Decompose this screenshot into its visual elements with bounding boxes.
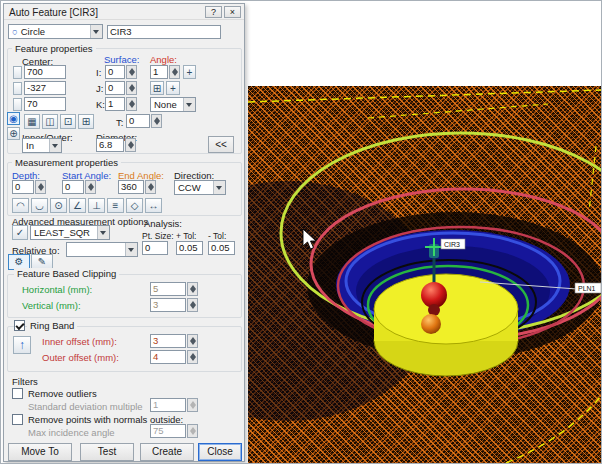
auto-feature-dialog: Auto Feature [CIR3] ? × ○Circle CIR3 Fea… xyxy=(3,3,245,462)
cad-model-surface[interactable]: CIR3 PLN1 xyxy=(248,86,601,463)
feature-type-dropdown[interactable]: ○Circle xyxy=(8,24,103,39)
strategy-icon-8[interactable]: ↔ xyxy=(145,198,162,213)
i-label: I: xyxy=(96,67,101,78)
measurement-properties-legend: Measurement properties xyxy=(12,157,121,168)
close-button[interactable]: × xyxy=(224,6,241,18)
center-y-axis-button[interactable] xyxy=(13,82,22,95)
dialog-title: Auto Feature [CIR3] xyxy=(9,7,98,18)
j-spinner[interactable] xyxy=(126,81,137,95)
feature-name-input[interactable]: CIR3 xyxy=(107,25,221,39)
snap-icon-2[interactable]: ◫ xyxy=(42,114,58,129)
depth-spinner[interactable] xyxy=(35,180,46,194)
outer-offset-spinner[interactable] xyxy=(187,350,198,364)
remove-outliers-label: Remove outliers xyxy=(28,388,97,399)
inner-outer-dropdown[interactable]: In xyxy=(22,138,62,153)
dashed-edge-top xyxy=(248,90,601,102)
algorithm-dropdown[interactable]: LEAST_SQR xyxy=(30,225,110,240)
center-x-input[interactable]: 700 xyxy=(24,65,66,79)
diameter-input[interactable]: 6.8 xyxy=(96,138,124,152)
angle-pick-icon-button[interactable]: + xyxy=(183,65,196,79)
inner-offset-label: Inner offset (mm): xyxy=(42,336,117,347)
ring-band-checkbox[interactable] xyxy=(14,320,25,331)
t-spinner[interactable] xyxy=(151,114,162,128)
vertical-input[interactable]: 3 xyxy=(150,298,186,312)
center-z-axis-button[interactable] xyxy=(13,98,22,111)
none-dropdown[interactable]: None xyxy=(150,97,196,112)
i-spinner[interactable] xyxy=(126,65,137,79)
minus-tol-input[interactable]: 0.05 xyxy=(208,241,235,255)
diameter-spinner[interactable] xyxy=(125,138,136,152)
start-angle-input[interactable]: 0 xyxy=(62,180,84,194)
pln1-plane-label: PLN1 xyxy=(578,285,596,292)
none-value: None xyxy=(154,99,177,110)
collapse-button[interactable]: << xyxy=(208,136,234,153)
t-input[interactable]: 0 xyxy=(126,114,150,128)
t-label: T: xyxy=(116,117,123,128)
chevron-down-icon xyxy=(213,181,225,194)
snap-icon-1[interactable]: ▦ xyxy=(24,114,40,129)
dialog-titlebar[interactable]: Auto Feature [CIR3] ? × xyxy=(4,4,244,20)
remove-normals-checkbox[interactable] xyxy=(12,414,23,425)
end-angle-input[interactable]: 360 xyxy=(118,180,144,194)
angle-input[interactable]: 1 xyxy=(150,65,168,79)
ring-band-label: Ring Band xyxy=(27,320,77,331)
center-x-axis-button[interactable] xyxy=(13,66,22,79)
relative-to-dropdown[interactable] xyxy=(66,242,138,257)
best-fit-icon-button[interactable]: ✓ xyxy=(12,225,28,240)
k-spinner[interactable] xyxy=(126,97,137,111)
snap-icon-3[interactable]: ⊡ xyxy=(60,114,76,129)
max-incidence-label: Max incidence angle xyxy=(28,427,115,438)
app-window: CIR3 PLN1 Auto Feature [CIR3] ? × ○Circl… xyxy=(0,0,602,464)
strategy-icon-6[interactable]: ≡ xyxy=(107,198,124,213)
plus-tol-input[interactable]: 0.05 xyxy=(176,241,203,255)
algorithm-value: LEAST_SQR xyxy=(34,227,90,238)
dashed-edge-right xyxy=(589,146,596,212)
k-label: K: xyxy=(96,99,105,110)
test-button[interactable]: Test xyxy=(80,443,134,461)
center-z-input[interactable]: 70 xyxy=(24,97,66,111)
sample-hits-toggle[interactable]: ◉ xyxy=(7,112,20,125)
move-to-button[interactable]: Move To xyxy=(8,443,72,461)
help-button[interactable]: ? xyxy=(205,6,222,18)
strategy-icon-1[interactable]: ◠ xyxy=(12,198,29,213)
feature-based-clipping-group xyxy=(7,274,242,318)
std-dev-spinner[interactable] xyxy=(187,398,198,412)
graphics-area[interactable]: CIR3 PLN1 xyxy=(246,1,601,463)
outer-offset-input[interactable]: 4 xyxy=(150,350,186,364)
circle-icon: ○ xyxy=(12,26,18,37)
crosshair-icon-button[interactable]: + xyxy=(166,81,180,95)
ring-band-arrow-button[interactable]: ↑ xyxy=(13,336,31,354)
std-dev-input[interactable]: 1 xyxy=(150,398,186,412)
target-toggle[interactable]: ⊕ xyxy=(7,127,20,140)
j-input[interactable]: 0 xyxy=(105,81,125,95)
max-incidence-spinner[interactable] xyxy=(187,424,198,438)
direction-dropdown[interactable]: CCW xyxy=(174,180,226,195)
strategy-icon-5[interactable]: ⊥ xyxy=(88,198,105,213)
strategy-icon-3[interactable]: ⊙ xyxy=(50,198,67,213)
k-input[interactable]: 1 xyxy=(105,97,125,111)
dashed-edge-upper xyxy=(368,104,548,118)
center-y-input[interactable]: -327 xyxy=(24,81,66,95)
end-angle-spinner[interactable] xyxy=(145,180,156,194)
remove-outliers-checkbox[interactable] xyxy=(12,388,23,399)
inner-offset-spinner[interactable] xyxy=(187,334,198,348)
pt-size-input[interactable]: 0 xyxy=(142,241,168,255)
snap-icon-4[interactable]: ⊞ xyxy=(78,114,94,129)
feature-type-value: Circle xyxy=(21,26,45,37)
i-input[interactable]: 0 xyxy=(105,65,125,79)
close-dialog-button[interactable]: Close xyxy=(198,443,242,461)
max-incidence-input[interactable]: 75 xyxy=(150,424,186,438)
vertical-spinner[interactable] xyxy=(187,298,198,312)
angle-spinner[interactable] xyxy=(169,65,180,79)
direction-value: CCW xyxy=(178,182,201,193)
horizontal-input[interactable]: 5 xyxy=(150,282,186,296)
depth-input[interactable]: 0 xyxy=(12,180,34,194)
start-angle-spinner[interactable] xyxy=(85,180,96,194)
grid-icon-button[interactable]: ⊞ xyxy=(150,81,164,95)
strategy-icon-4[interactable]: ∠ xyxy=(69,198,86,213)
strategy-icon-2[interactable]: ◡ xyxy=(31,198,48,213)
create-button[interactable]: Create xyxy=(140,443,194,461)
inner-offset-input[interactable]: 3 xyxy=(150,334,186,348)
strategy-icon-7[interactable]: ◇ xyxy=(126,198,143,213)
horizontal-spinner[interactable] xyxy=(187,282,198,296)
